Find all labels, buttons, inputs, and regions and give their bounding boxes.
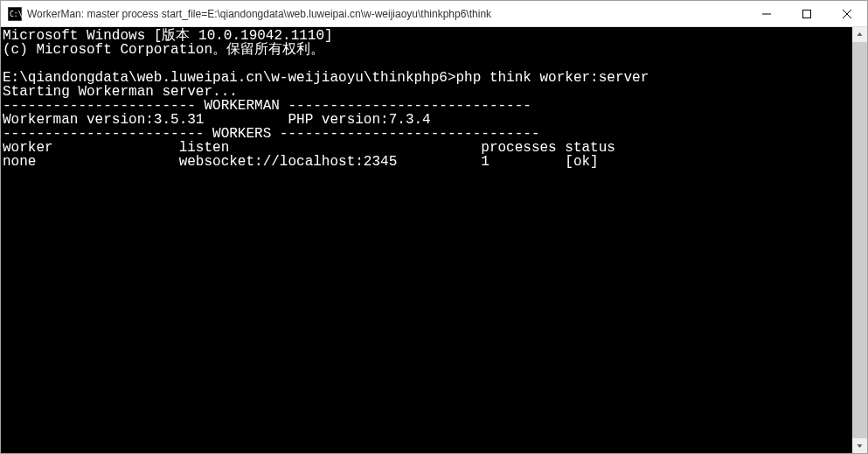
scroll-track[interactable] xyxy=(852,42,867,438)
scroll-thumb[interactable] xyxy=(852,42,867,438)
scroll-down-arrow-icon[interactable] xyxy=(852,438,867,453)
terminal-output[interactable]: Microsoft Windows [版本 10.0.19042.1110] (… xyxy=(1,27,852,453)
window-controls xyxy=(746,1,867,26)
minimize-button[interactable] xyxy=(746,1,787,26)
cmd-icon: C:\ xyxy=(8,7,22,21)
terminal-area: Microsoft Windows [版本 10.0.19042.1110] (… xyxy=(1,27,867,453)
maximize-button[interactable] xyxy=(787,1,827,26)
scroll-up-arrow-icon[interactable] xyxy=(852,27,867,42)
close-button[interactable] xyxy=(827,1,867,26)
titlebar[interactable]: C:\ WorkerMan: master process start_file… xyxy=(1,1,867,27)
svg-rect-3 xyxy=(803,10,811,17)
vertical-scrollbar[interactable] xyxy=(852,27,867,453)
console-window: C:\ WorkerMan: master process start_file… xyxy=(0,0,868,454)
window-title: WorkerMan: master process start_file=E:\… xyxy=(27,8,746,20)
svg-text:C:\: C:\ xyxy=(10,10,22,18)
